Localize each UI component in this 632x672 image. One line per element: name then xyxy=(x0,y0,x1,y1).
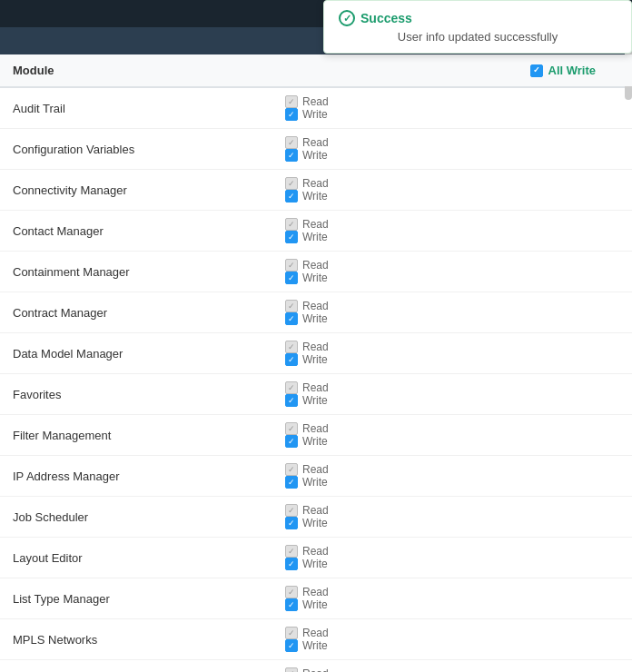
module-cell: List Type Manager xyxy=(0,578,272,619)
read-permission[interactable]: Read xyxy=(285,136,619,149)
permissions-cell: ReadWrite xyxy=(272,333,632,374)
write-permission[interactable]: Write xyxy=(285,639,619,652)
write-checkbox[interactable] xyxy=(285,190,298,203)
read-label: Read xyxy=(302,667,329,672)
table-row: Contact ManagerReadWrite xyxy=(0,211,632,252)
permissions-cell: ReadWrite xyxy=(272,87,632,129)
write-permission[interactable]: Write xyxy=(285,558,619,570)
all-write-column-header[interactable]: All Write xyxy=(272,54,632,87)
read-checkbox[interactable] xyxy=(285,136,298,149)
read-label: Read xyxy=(302,504,329,517)
write-permission[interactable]: Write xyxy=(285,190,619,203)
read-checkbox[interactable] xyxy=(285,667,298,672)
read-checkbox[interactable] xyxy=(285,177,298,190)
toast-message: User info updated successfully xyxy=(339,30,617,44)
read-label: Read xyxy=(302,381,329,394)
all-write-checkbox[interactable] xyxy=(530,64,543,77)
write-checkbox[interactable] xyxy=(285,598,298,611)
permissions-cell: ReadWrite xyxy=(272,211,632,252)
read-permission[interactable]: Read xyxy=(285,259,619,272)
write-permission[interactable]: Write xyxy=(285,231,619,243)
write-label: Write xyxy=(302,558,328,570)
module-cell: Contract Manager xyxy=(0,292,272,333)
read-permission[interactable]: Read xyxy=(285,422,619,435)
write-permission[interactable]: Write xyxy=(285,149,619,162)
module-cell: Connectivity Manager xyxy=(0,170,272,211)
read-label: Read xyxy=(302,95,329,108)
permissions-cell: ReadWrite xyxy=(272,578,632,619)
read-checkbox[interactable] xyxy=(285,381,298,394)
read-permission[interactable]: Read xyxy=(285,586,619,598)
write-checkbox[interactable] xyxy=(285,108,298,121)
table-container[interactable]: Module All Write Audit TrailReadWriteCon… xyxy=(0,54,632,672)
write-checkbox[interactable] xyxy=(285,639,298,652)
write-checkbox[interactable] xyxy=(285,149,298,162)
read-checkbox[interactable] xyxy=(285,259,298,272)
table-row: FavoritesReadWrite xyxy=(0,374,632,415)
read-checkbox[interactable] xyxy=(285,586,298,598)
table-row: Contract ManagerReadWrite xyxy=(0,292,632,333)
permissions-cell: ReadWrite xyxy=(272,497,632,538)
read-checkbox[interactable] xyxy=(285,463,298,476)
write-permission[interactable]: Write xyxy=(285,598,619,611)
module-cell: IP Address Manager xyxy=(0,456,272,497)
read-label: Read xyxy=(302,586,329,598)
write-permission[interactable]: Write xyxy=(285,312,619,325)
module-cell: Filter Management xyxy=(0,415,272,456)
permissions-cell: ReadWrite xyxy=(272,252,632,292)
read-checkbox[interactable] xyxy=(285,422,298,435)
read-permission[interactable]: Read xyxy=(285,627,619,639)
write-permission[interactable]: Write xyxy=(285,476,619,489)
write-permission[interactable]: Write xyxy=(285,435,619,448)
read-checkbox[interactable] xyxy=(285,504,298,517)
table-row: IP Address ManagerReadWrite xyxy=(0,456,632,497)
read-checkbox[interactable] xyxy=(285,300,298,312)
module-cell: Contact Manager xyxy=(0,211,272,252)
read-checkbox[interactable] xyxy=(285,218,298,231)
read-checkbox[interactable] xyxy=(285,545,298,558)
permissions-cell: ReadWrite xyxy=(272,456,632,497)
write-checkbox[interactable] xyxy=(285,476,298,489)
write-label: Write xyxy=(302,353,328,366)
read-checkbox[interactable] xyxy=(285,95,298,108)
table-row: Filter ManagementReadWrite xyxy=(0,415,632,456)
read-permission[interactable]: Read xyxy=(285,95,619,108)
write-label: Write xyxy=(302,149,328,162)
write-permission[interactable]: Write xyxy=(285,108,619,121)
write-checkbox[interactable] xyxy=(285,312,298,325)
write-checkbox[interactable] xyxy=(285,394,298,407)
write-checkbox[interactable] xyxy=(285,558,298,570)
write-label: Write xyxy=(302,190,328,203)
module-column-header: Module xyxy=(0,54,272,87)
write-checkbox[interactable] xyxy=(285,272,298,284)
write-checkbox[interactable] xyxy=(285,517,298,529)
table-row: Audit TrailReadWrite xyxy=(0,87,632,129)
table-row: Connectivity ManagerReadWrite xyxy=(0,170,632,211)
read-permission[interactable]: Read xyxy=(285,381,619,394)
write-permission[interactable]: Write xyxy=(285,353,619,366)
read-permission[interactable]: Read xyxy=(285,545,619,558)
write-checkbox[interactable] xyxy=(285,231,298,243)
write-permission[interactable]: Write xyxy=(285,394,619,407)
write-label: Write xyxy=(302,598,328,611)
read-permission[interactable]: Read xyxy=(285,341,619,353)
write-checkbox[interactable] xyxy=(285,435,298,448)
read-permission[interactable]: Read xyxy=(285,218,619,231)
read-permission[interactable]: Read xyxy=(285,463,619,476)
write-permission[interactable]: Write xyxy=(285,272,619,284)
read-permission[interactable]: Read xyxy=(285,300,619,312)
main-content: Module All Write Audit TrailReadWriteCon… xyxy=(0,54,632,672)
write-label: Write xyxy=(302,312,328,325)
read-permission[interactable]: Read xyxy=(285,504,619,517)
write-checkbox[interactable] xyxy=(285,353,298,366)
read-permission[interactable]: Read xyxy=(285,177,619,190)
module-cell: Audit Trail xyxy=(0,87,272,129)
read-checkbox[interactable] xyxy=(285,627,298,639)
write-label: Write xyxy=(302,435,328,448)
write-permission[interactable]: Write xyxy=(285,517,619,529)
write-label: Write xyxy=(302,394,328,407)
read-label: Read xyxy=(302,136,329,149)
module-cell: Containment Manager xyxy=(0,252,272,292)
read-permission[interactable]: Read xyxy=(285,667,619,672)
read-checkbox[interactable] xyxy=(285,341,298,353)
